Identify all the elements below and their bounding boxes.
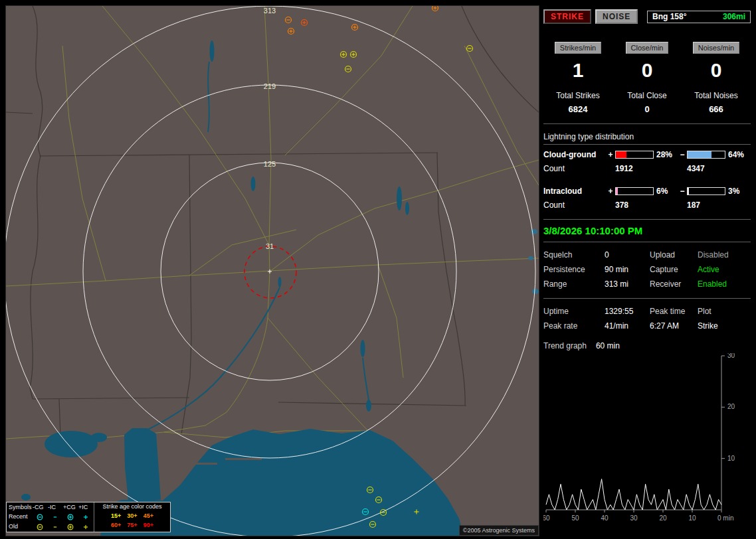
cg-minus-percent: 64%	[725, 150, 747, 159]
trend-x-tick: 60	[543, 514, 550, 522]
legend-col-cg-neg: -CG	[33, 503, 48, 512]
minus-sign: −	[678, 187, 687, 196]
strikes-per-min-button[interactable]: Strikes/min	[555, 42, 601, 54]
rate-panel: Strikes/min 1 Total Strikes 6824 Close/m…	[543, 41, 751, 114]
age-code-90: 90+	[143, 521, 153, 530]
divider	[543, 123, 751, 124]
close-per-min-button[interactable]: Close/min	[626, 42, 669, 54]
ic-minus-bar	[687, 187, 725, 195]
trend-line	[546, 479, 721, 510]
uptime-value: 1329:55	[605, 307, 650, 316]
squelch-value: 0	[605, 250, 650, 260]
cg-plus-percent: 28%	[654, 150, 678, 159]
ring-label-219: 219	[264, 82, 276, 90]
upload-label: Upload	[650, 250, 698, 260]
age-code-30: 30+	[127, 512, 137, 520]
plus-sign: +	[606, 187, 615, 196]
ring-label-125: 125	[264, 160, 276, 168]
peak-time-label: Peak time	[650, 307, 698, 316]
trend-x-tick: 50	[571, 514, 579, 522]
trend-graph: 6050403020100 min302010	[543, 353, 751, 526]
trend-y-tick: 10	[727, 455, 735, 462]
cg-count-label: Count	[543, 164, 606, 173]
trend-x-tick: 20	[659, 514, 667, 522]
upload-value: Disabled	[698, 250, 751, 260]
trend-y-tick: 20	[727, 403, 735, 410]
session-table: Uptime 1329:55 Peak time Plot Peak rate …	[543, 307, 751, 331]
divider	[543, 242, 751, 242]
total-noises-value: 666	[682, 104, 751, 114]
trend-header: Trend graph 60 min	[543, 341, 751, 350]
strike-button[interactable]: STRIKE	[543, 9, 591, 24]
legend-col-ic-pos: +IC	[78, 503, 94, 512]
age-code-45: 45+	[143, 512, 153, 520]
capture-label: Capture	[650, 265, 698, 274]
cp-legend-symbol	[63, 523, 78, 531]
divider	[543, 298, 751, 299]
strikes-column: Strikes/min 1 Total Strikes 6824	[543, 41, 613, 114]
ic-count-label: Count	[543, 200, 606, 210]
close-per-min-value: 0	[613, 59, 682, 82]
copyright-notice: ©2005 Astrogenic Systems	[459, 525, 539, 536]
range-label: Range	[543, 279, 605, 289]
close-column: Close/min 0 Total Close 0	[613, 41, 682, 114]
bearing-display: Bng 158° 306mi	[647, 11, 751, 23]
noises-column: Noises/min 0 Total Noises 666	[682, 41, 751, 114]
legend-col-cg-pos: +CG	[63, 503, 78, 512]
trend-x-tick: 40	[601, 514, 609, 522]
legend-symbols-label: Symbols	[9, 503, 33, 512]
bearing-value: Bng 158°	[652, 12, 686, 21]
noises-per-min-button[interactable]: Noises/min	[693, 42, 739, 54]
distribution-title: Lightning type distribution	[543, 132, 751, 141]
cg-plus-count: 1912	[615, 164, 654, 173]
legend-old-symbols	[33, 522, 94, 532]
divider	[543, 144, 751, 145]
peak-rate-value: 41/min	[605, 321, 650, 331]
age-code-60: 60+	[111, 521, 121, 530]
legend-recent-label: Recent	[9, 512, 33, 521]
status-table: Squelch 0 Upload Disabled Persistence 90…	[543, 250, 751, 289]
total-strikes-value: 6824	[543, 104, 613, 114]
cloud-ground-label: Cloud-ground	[543, 150, 606, 159]
minus-sign: −	[678, 150, 687, 159]
receiver-label: Receiver	[650, 279, 698, 289]
uptime-label: Uptime	[543, 307, 605, 316]
distance-value: 306mi	[723, 12, 745, 21]
intracloud-label: Intracloud	[543, 187, 606, 196]
plot-value: Strike	[698, 321, 751, 331]
squelch-label: Squelch	[543, 250, 605, 260]
legend-recent-symbols	[33, 512, 94, 522]
divider	[543, 219, 751, 220]
mode-toolbar: STRIKE NOISE Bng 158° 306mi	[543, 9, 751, 24]
total-noises-label: Total Noises	[682, 91, 751, 100]
map-legend: Symbols -CG -IC +CG +IC Recent Old Strik…	[6, 502, 171, 532]
trend-graph-label: Trend graph	[543, 341, 587, 350]
legend-age-title: Strike age color codes	[102, 502, 161, 511]
age-code-75: 75+	[127, 521, 137, 530]
distribution-table: Cloud-ground + 28% − 64% Count 1912 4347…	[543, 150, 751, 210]
lightning-map[interactable]: 313 219 125 31 Symbols -CG -IC +CG +IC R…	[5, 5, 539, 536]
control-panel: STRIKE NOISE Bng 158° 306mi Strikes/min …	[543, 5, 751, 534]
cp-legend-symbol	[63, 513, 78, 521]
persistence-label: Persistence	[543, 265, 605, 274]
cg-plus-bar	[615, 151, 654, 159]
trend-window-value: 60 min	[596, 341, 620, 350]
cg-minus-count: 4347	[687, 164, 725, 173]
m-legend-symbol	[48, 523, 63, 531]
total-close-value: 0	[613, 104, 682, 114]
ic-plus-percent: 6%	[654, 187, 678, 196]
p-legend-symbol	[78, 523, 94, 531]
strikes-per-min-value: 1	[543, 59, 613, 82]
m-legend-symbol	[48, 513, 63, 521]
trend-x-tick: 10	[688, 514, 696, 522]
noise-button[interactable]: NOISE	[595, 9, 638, 24]
legend-age-row-2: 60+75+90+	[111, 520, 153, 530]
ic-minus-count: 187	[687, 200, 725, 210]
ic-plus-bar	[615, 187, 654, 195]
clock-display: 3/8/2026 10:10:00 PM	[543, 225, 751, 236]
legend-age-row-1: 15+30+45+	[111, 511, 153, 520]
map-svg: 313 219 125 31	[6, 6, 539, 536]
peak-time-value: 6:27 AM	[650, 321, 698, 331]
cm-legend-symbol	[33, 513, 48, 521]
capture-value: Active	[698, 265, 751, 274]
